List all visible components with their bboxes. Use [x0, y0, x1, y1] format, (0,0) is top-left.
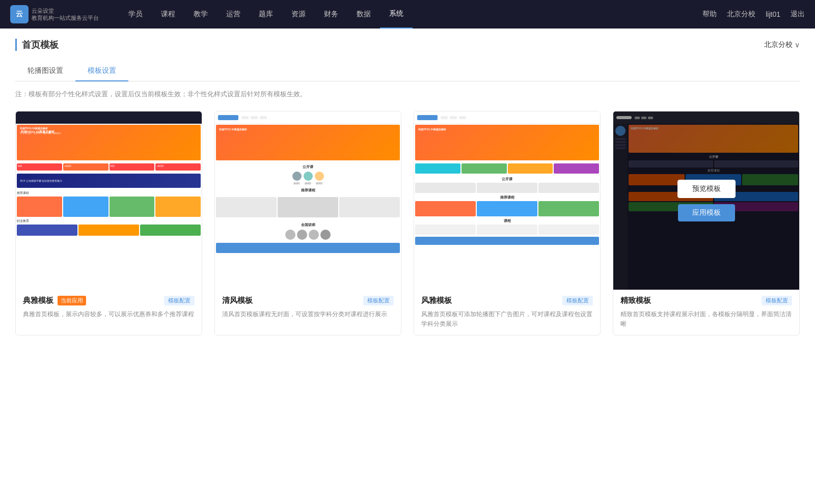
- apply-button-4[interactable]: 应用模板: [678, 204, 735, 221]
- config-badge-3[interactable]: 模板配置: [562, 296, 593, 305]
- logo-text: 云朵设堂教育机构一站式服务云平台: [32, 7, 99, 22]
- nav-item-finance[interactable]: 财务: [315, 0, 347, 29]
- config-badge-2[interactable]: 模板配置: [363, 296, 394, 305]
- nav-item-system[interactable]: 系统: [380, 0, 413, 29]
- template-info-3: 风雅模板 模板配置 风雅首页模板可添加轮播图下广告图片，可对课程及课程包设置学科…: [414, 290, 600, 335]
- template-info-1: 典雅模板 当前应用 模板配置 典雅首页模板，展示内容较多，可以展示优惠券和多个推…: [16, 290, 202, 325]
- template-preview-2: 托福TPO1-54真题及解析 公开课 讲师1 讲师2: [215, 111, 401, 290]
- template-desc-3: 风雅首页模板可添加轮播图下广告图片，可对课程及课程包设置学科分类展示: [421, 310, 593, 329]
- mockup-1: 托福TPO1-54真题及解析 平 心 心 选定 · 点击学习 · 追求卓越 · …: [16, 111, 202, 290]
- template-desc-4: 精致首页模板支持课程展示封面，各模板分隔明显，界面简洁清晰: [620, 310, 792, 329]
- template-name-1: 典雅模板: [23, 296, 53, 305]
- template-preview-4: 托福TPO1-54真题及解析 公开课 推荐课程: [613, 111, 799, 290]
- help-link[interactable]: 帮助: [702, 10, 717, 19]
- branch-link[interactable]: 北京分校: [727, 10, 755, 19]
- config-badge-4[interactable]: 模板配置: [762, 296, 792, 305]
- notice-text: 注：模板有部分个性化样式设置，设置后仅当前模板生效；非个性化样式设置后针对所有模…: [15, 90, 800, 99]
- page-content: 首页模板 北京分校 ∨ 轮播图设置 模板设置 注：模板有部分个性化样式设置，设置…: [0, 29, 815, 504]
- tab-template[interactable]: 模板设置: [75, 61, 128, 81]
- template-desc-1: 典雅首页模板，展示内容较多，可以展示优惠券和多个推荐课程: [23, 310, 195, 319]
- templates-grid: 托福TPO1-54真题及解析 平 心 心 选定 · 点击学习 · 追求卓越 · …: [15, 111, 800, 335]
- logo-icon: 云: [10, 5, 29, 23]
- nav-item-resource[interactable]: 资源: [282, 0, 315, 29]
- tab-bar: 轮播图设置 模板设置: [15, 61, 800, 81]
- nav-menu: 学员 课程 教学 运营 题库 资源 财务 数据 系统: [119, 0, 702, 29]
- template-title-row-2: 清风模板 模板配置: [222, 296, 394, 305]
- nav-item-data[interactable]: 数据: [347, 0, 380, 29]
- nav-item-student[interactable]: 学员: [119, 0, 152, 29]
- nav-item-teaching[interactable]: 教学: [184, 0, 217, 29]
- template-title-row-1: 典雅模板 当前应用 模板配置: [23, 296, 195, 305]
- nav-item-course[interactable]: 课程: [152, 0, 184, 29]
- template-desc-2: 清风首页模板课程无封面，可设置按学科分类对课程进行展示: [222, 310, 394, 319]
- template-name-3: 风雅模板: [421, 296, 452, 305]
- template-card-4: 托福TPO1-54真题及解析 公开课 推荐课程: [613, 111, 800, 335]
- chevron-down-icon: ∨: [795, 41, 800, 49]
- tab-carousel[interactable]: 轮播图设置: [15, 61, 75, 81]
- template-preview-1: 托福TPO1-54真题及解析 平 心 心 选定 · 点击学习 · 追求卓越 · …: [16, 111, 202, 290]
- user-dropdown[interactable]: lijt01: [766, 10, 780, 18]
- template-preview-3: 托福TPO1-54真题及解析 公开课 推荐课程: [414, 111, 600, 290]
- navbar: 云 云朵设堂教育机构一站式服务云平台 学员 课程 教学 运营 题库 资源 财务 …: [0, 0, 815, 29]
- logo: 云 云朵设堂教育机构一站式服务云平台: [10, 5, 99, 23]
- mockup-3: 托福TPO1-54真题及解析 公开课 推荐课程: [414, 111, 600, 290]
- template-name-4: 精致模板: [620, 296, 651, 305]
- template-info-4: 精致模板 模板配置 精致首页模板支持课程展示封面，各模板分隔明显，界面简洁清晰: [613, 290, 799, 335]
- nav-item-operation[interactable]: 运营: [217, 0, 250, 29]
- page-title: 首页模板: [15, 39, 59, 51]
- template-overlay-4: 预览模板 应用模板: [613, 111, 799, 290]
- template-card-3: 托福TPO1-54真题及解析 公开课 推荐课程: [414, 111, 601, 335]
- template-title-row-4: 精致模板 模板配置: [620, 296, 792, 305]
- branch-selector[interactable]: 北京分校 ∨: [764, 40, 800, 49]
- page-header: 首页模板 北京分校 ∨: [15, 39, 800, 51]
- template-card-1: 托福TPO1-54真题及解析 平 心 心 选定 · 点击学习 · 追求卓越 · …: [15, 111, 202, 335]
- nav-item-quiz[interactable]: 题库: [250, 0, 282, 29]
- template-info-2: 清风模板 模板配置 清风首页模板课程无封面，可设置按学科分类对课程进行展示: [215, 290, 401, 325]
- mockup-2: 托福TPO1-54真题及解析 公开课 讲师1 讲师2: [215, 111, 401, 290]
- nav-right: 帮助 北京分校 lijt01 退出: [702, 10, 805, 19]
- branch-name: 北京分校: [764, 40, 793, 49]
- logout-button[interactable]: 退出: [791, 10, 805, 19]
- template-title-row-3: 风雅模板 模板配置: [421, 296, 593, 305]
- config-badge-1[interactable]: 模板配置: [164, 296, 195, 305]
- template-name-2: 清风模板: [222, 296, 253, 305]
- template-card-2: 托福TPO1-54真题及解析 公开课 讲师1 讲师2: [214, 111, 401, 335]
- preview-button-4[interactable]: 预览模板: [677, 180, 736, 198]
- current-badge-1: 当前应用: [58, 296, 86, 305]
